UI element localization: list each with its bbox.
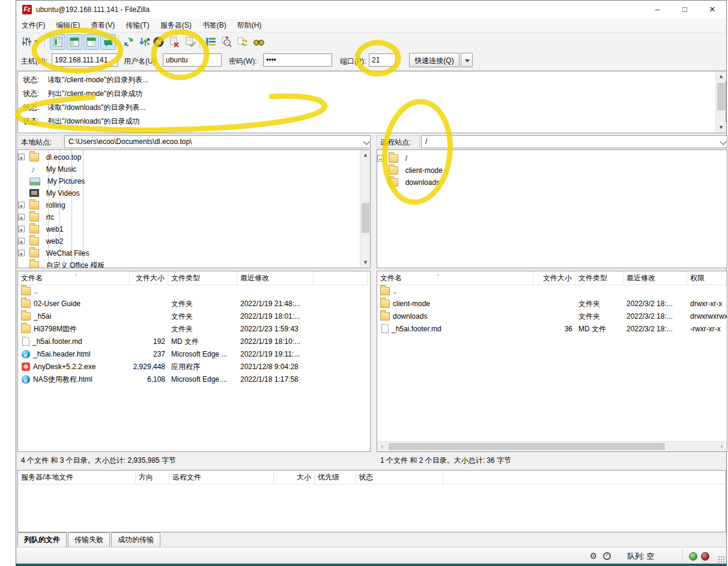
reconnect-icon[interactable] [183,34,198,50]
scroll-up-icon[interactable]: ▲ [716,71,726,82]
local-tree-item[interactable]: 自定义 Office 模板 [18,259,370,268]
expand-toggle-icon[interactable] [18,226,25,232]
local-path-combo[interactable]: C:\Users\ecoo\Documents\dl.ecoo.top\ [64,135,371,148]
toggle-local-tree-icon[interactable] [67,34,82,50]
local-tree-item[interactable]: My Music [18,163,370,175]
remote-path-combo[interactable]: / [421,135,727,148]
column-header-size[interactable]: 大小 [274,471,315,484]
column-header-type[interactable]: 文件类型 [575,271,623,285]
remote-file-row[interactable]: client-mode文件夹2022/3/2 18:...drwxr-xr-x [377,298,727,310]
column-header-size[interactable]: 文件大小 [130,271,168,285]
remote-file-row[interactable]: _h5ai.footer.md36MD 文件2022/3/2 18:...-rw… [377,323,727,336]
quickconnect-button[interactable]: 快速连接(Q) [409,53,460,67]
scroll-right-icon[interactable]: › [717,442,727,451]
column-header-remote-file[interactable]: 远程文件 [169,471,274,484]
speed-limit-gear-icon[interactable]: ⚙ [589,551,597,561]
pane-splitter[interactable] [371,135,376,469]
minimize-button[interactable]: – [643,1,671,19]
queue-tab[interactable]: 传输失败 [68,532,110,548]
remote-tree-item[interactable]: / [377,152,727,164]
host-input[interactable] [52,53,118,67]
local-tree-item[interactable]: My Videos [18,187,370,199]
chevron-down-icon[interactable] [363,138,369,145]
toggle-remote-tree-icon[interactable] [83,34,99,50]
menu-item[interactable]: 查看(V) [85,19,120,32]
column-header-priority[interactable]: 优先级 [315,471,356,484]
scrollbar-thumb[interactable] [362,203,369,233]
local-tree-item[interactable]: dl.ecoo.top [18,151,370,163]
remote-file-row[interactable]: downloads文件夹2022/3/2 18:...drwxrwxrwx [377,310,727,323]
expand-toggle-icon[interactable] [18,202,25,208]
menu-item[interactable]: 帮助(H) [232,19,267,32]
password-input[interactable] [263,53,332,67]
scrollbar-thumb[interactable] [717,83,725,110]
gauge-icon[interactable] [603,552,611,560]
column-header-name[interactable]: 文件名ˆ [18,271,130,285]
scrollbar-thumb[interactable] [389,443,665,450]
local-tree-item[interactable]: web2 [18,235,370,247]
local-tree-item[interactable]: web1 [18,223,370,235]
quickconnect-dropdown-button[interactable] [461,53,473,67]
column-header-name[interactable]: 文件名ˆ [377,271,533,285]
remote-file-row[interactable]: .. [377,285,727,298]
local-file-row[interactable]: _h5ai文件夹2022/1/19 18:01:... [18,310,370,323]
menu-item[interactable]: 书签(B) [197,19,232,32]
menu-item[interactable]: 传输(T) [120,19,154,32]
local-file-row[interactable]: .. [18,285,370,298]
expand-toggle-icon[interactable] [18,250,25,256]
scroll-up-icon[interactable]: ▲ [360,150,371,160]
expand-toggle-icon[interactable] [18,214,25,220]
log-scrollbar[interactable]: ▲ ▼ [715,71,726,133]
remote-tree-item[interactable]: client-mode [377,164,727,176]
scroll-down-icon[interactable]: ▼ [360,257,371,268]
expand-toggle-icon[interactable] [18,154,25,160]
local-file-row[interactable]: NAS使用教程.html6,108Microsoft Edge ...2022/… [18,373,370,386]
expand-toggle-icon[interactable] [18,238,25,244]
column-header-blank[interactable] [314,271,368,285]
local-tree-item[interactable]: rolling [18,199,370,211]
cancel-icon[interactable] [151,34,166,50]
column-header-modified[interactable]: 最近修改 [237,271,314,285]
chevron-down-icon[interactable] [720,138,726,145]
remote-tree-item[interactable]: downloads [377,176,727,188]
port-input[interactable] [369,53,396,67]
compare-directories-icon[interactable] [219,34,234,50]
disconnect-icon[interactable] [167,34,183,50]
queue-tab[interactable]: 成功的传输 [111,532,160,548]
username-input[interactable] [163,53,222,67]
toggle-transfer-queue-icon[interactable] [100,34,116,50]
local-file-row[interactable]: AnyDesk+5.2.2.exe2,929,448应用程序2021/12/8 … [18,361,370,373]
menu-item[interactable]: 服务器(S) [155,19,197,32]
local-file-row[interactable]: 02-User Guide文件夹2022/1/19 21:48:... [18,298,370,310]
find-files-icon[interactable] [251,34,267,50]
local-file-row[interactable]: _h5ai.footer.md192MD 文件2022/1/19 18:10:.… [18,336,370,348]
column-header-modified[interactable]: 最近修改 [623,271,687,285]
titlebar[interactable]: Fz ubuntu@192.168.111.141 - FileZilla – … [16,1,726,19]
column-header-perms[interactable]: 权限 [687,271,727,285]
local-tree-scrollbar[interactable]: ▲ ▼ [360,150,370,268]
local-file-row[interactable]: Hi3798M固件文件夹2022/1/23 1:59:43 [18,323,370,336]
site-manager-icon[interactable] [19,34,34,50]
local-file-row[interactable]: _h5ai.header.html237Microsoft Edge ...20… [18,348,370,361]
column-header-direction[interactable]: 方向 [136,471,169,484]
local-tree-item[interactable]: WeChat Files [18,247,370,259]
filter-icon[interactable] [203,34,219,50]
expand-toggle-icon[interactable] [377,155,384,161]
column-header-server-local-file[interactable]: 服务器/本地文件 [18,471,136,484]
column-header-size[interactable]: 文件大小 [533,271,575,285]
local-tree-item[interactable]: rtc [18,211,370,223]
maximize-button[interactable]: □ [671,1,699,19]
resize-grip[interactable] [718,556,725,563]
menu-item[interactable]: 编辑(E) [50,19,85,32]
close-button[interactable]: ✕ [699,1,726,19]
column-header-type[interactable]: 文件类型 [168,271,237,285]
refresh-icon[interactable] [121,34,136,50]
remote-horizontal-scrollbar[interactable]: ‹ › [377,441,727,451]
local-tree-item[interactable]: My Pictures [18,175,370,187]
synchronized-browsing-icon[interactable] [234,34,250,50]
scroll-left-icon[interactable]: ‹ [377,442,387,451]
queue-tab[interactable]: 列队的文件 [17,532,67,548]
scroll-down-icon[interactable]: ▼ [716,122,726,133]
site-manager-dropdown-icon[interactable] [34,40,39,43]
column-header-status[interactable]: 状态 [356,471,443,484]
